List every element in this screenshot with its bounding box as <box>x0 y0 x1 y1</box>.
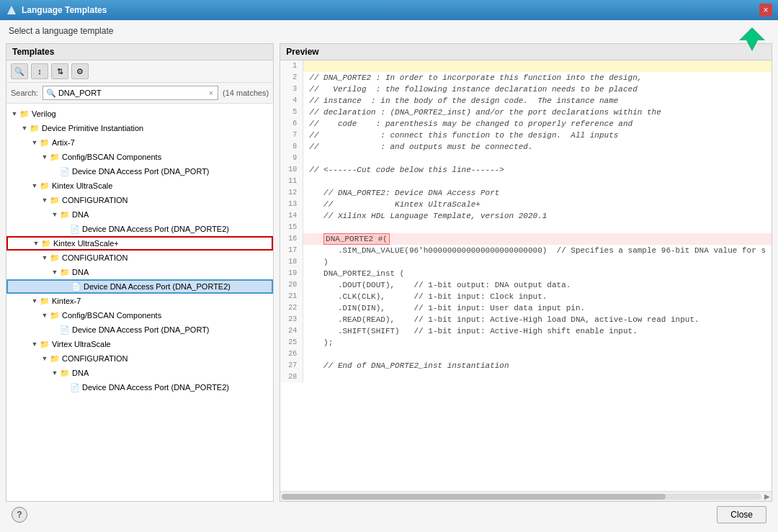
toggle-kintex-ultrascale[interactable]: ▼ <box>30 182 40 189</box>
toggle-verilog[interactable]: ▼ <box>9 110 19 117</box>
tree-item-dna-kusp[interactable]: ▼ 📁 DNA <box>6 265 273 279</box>
tree-item-dna-porte2-kusp[interactable]: 📄 Device DNA Access Port (DNA_PORTE2) <box>6 279 273 294</box>
line-content-12: // DNA_PORTE2: Device DNA Access Port <box>303 187 505 199</box>
preview-panel: Preview 1 2 // DNA_PORTE2 : In order to … <box>280 43 772 502</box>
tree-item-config-bscan-k7[interactable]: ▼ 📁 Config/BSCAN Components <box>6 308 273 323</box>
toggle-kintex-ultrascaleplus[interactable]: ▼ <box>31 240 41 247</box>
search-toolbar-button[interactable]: 🔍 <box>11 63 28 79</box>
folder-icon-11: 📁 <box>40 297 50 306</box>
folder-icon-14: 📁 <box>50 354 60 364</box>
tree-item-dna-vus[interactable]: ▼ 📁 DNA <box>6 366 273 380</box>
search-label: Search: <box>11 89 38 97</box>
tree-item-kintex7[interactable]: ▼ 📁 Kintex-7 <box>6 294 273 308</box>
line-num-1: 1 <box>280 60 303 72</box>
tree-item-verilog[interactable]: ▼ 📁 Verilog <box>6 107 273 121</box>
tree-item-dna-porte2-kus[interactable]: 📄 Device DNA Access Port (DNA_PORTE2) <box>6 222 273 236</box>
tree-label-config-kus: CONFIGURATION <box>62 196 128 204</box>
line-content-21: .CLK(CLK), // 1-bit input: Clock input. <box>303 291 553 302</box>
toggle-config-kus[interactable]: ▼ <box>40 197 50 204</box>
tree-item-dna-port-k7[interactable]: 📄 Device DNA Access Port (DNA_PORT) <box>6 323 273 337</box>
tree-item-device-primitive[interactable]: ▼ 📁 Device Primitive Instantiation <box>6 121 273 135</box>
logo-area <box>738 26 766 57</box>
expand-collapse-button[interactable]: ↕ <box>31 63 48 79</box>
horizontal-scrollbar[interactable]: ▶ <box>280 491 772 501</box>
tree-item-virtex-ultrascale[interactable]: ▼ 📁 Virtex UltraScale <box>6 337 273 351</box>
tree-label-virtex-ultrascale: Virtex UltraScale <box>52 340 111 348</box>
tree-item-dna-kus[interactable]: ▼ 📁 DNA <box>6 207 273 222</box>
folder-icon-15: 📁 <box>60 369 70 378</box>
code-line-12: 12 // DNA_PORTE2: Device DNA Access Port <box>280 187 772 199</box>
folder-icon-8: 📁 <box>41 239 51 248</box>
file-icon-3: 📄 <box>71 282 81 292</box>
line-content-8: // : and outputs must be connected. <box>303 141 538 153</box>
folder-icon-4: 📁 <box>50 153 60 162</box>
line-num-24: 24 <box>280 325 303 337</box>
search-input[interactable] <box>58 89 207 97</box>
line-content-3: // Verilog : the following instance decl… <box>303 84 643 95</box>
code-line-13: 13 // Kintex UltraScale+ <box>280 199 772 210</box>
line-content-25: ); <box>303 337 339 348</box>
folder-icon-5: 📁 <box>40 181 50 191</box>
line-content-7: // : connect this function to the design… <box>303 130 624 141</box>
tree-item-kintex-ultrascaleplus[interactable]: ▼ 📁 Kintex UltraScale+ <box>6 236 273 251</box>
code-line-14: 14 // Xilinx HDL Language Template, vers… <box>280 210 772 222</box>
toggle-config-kusp[interactable]: ▼ <box>40 254 50 261</box>
code-line-17: 17 .SIM_DNA_VALUE(96'h000000000000000000… <box>280 245 772 256</box>
line-content-18: ) <box>303 256 334 268</box>
sort-button[interactable]: ⇅ <box>51 63 68 79</box>
code-line-22: 22 .DIN(DIN), // 1-bit input: User data … <box>280 302 772 314</box>
toggle-config-vus[interactable]: ▼ <box>40 355 50 362</box>
tree-item-config-vus[interactable]: ▼ 📁 CONFIGURATION <box>6 351 273 366</box>
help-button[interactable]: ? <box>12 507 27 523</box>
templates-toolbar: 🔍 ↕ ⇅ ⚙ <box>6 60 273 83</box>
tree-label-dna-port-k7: Device DNA Access Port (DNA_PORT) <box>72 325 210 334</box>
toggle-dna-vus[interactable]: ▼ <box>50 369 60 377</box>
tree-label-dna-kus: DNA <box>72 210 89 219</box>
file-icon-4: 📄 <box>60 325 70 335</box>
scroll-right-arrow[interactable]: ▶ <box>764 492 770 500</box>
code-line-5: 5 // declaration : (DNA_PORTE2_inst) and… <box>280 107 772 118</box>
tree-item-artix7[interactable]: ▼ 📁 Artix-7 <box>6 135 273 150</box>
search-icon: 🔍 <box>46 89 56 98</box>
app-icon <box>6 4 17 16</box>
toggle-virtex-ultrascale[interactable]: ▼ <box>30 341 40 348</box>
tree-item-config-kus[interactable]: ▼ 📁 CONFIGURATION <box>6 193 273 207</box>
close-button[interactable]: Close <box>717 506 766 523</box>
line-num-28: 28 <box>280 371 303 383</box>
preview-header: Preview <box>280 44 772 60</box>
line-num-10: 10 <box>280 164 303 176</box>
toggle-kintex7[interactable]: ▼ <box>30 297 40 305</box>
toggle-config-bscan-k7[interactable]: ▼ <box>40 312 50 319</box>
tree-item-config-bscan-artix[interactable]: ▼ 📁 Config/BSCAN Components <box>6 150 273 164</box>
tree-item-config-kusp[interactable]: ▼ 📁 CONFIGURATION <box>6 251 273 265</box>
search-clear-button[interactable]: × <box>207 89 215 97</box>
line-num-18: 18 <box>280 256 303 268</box>
tree-area[interactable]: ▼ 📁 Verilog ▼ 📁 Device Primitive Instant… <box>6 104 273 501</box>
tree-item-dna-porte2-vus[interactable]: 📄 Device DNA Access Port (DNA_PORTE2) <box>6 380 273 395</box>
folder-icon-9: 📁 <box>50 253 60 263</box>
code-line-28: 28 <box>280 371 772 383</box>
line-content-1 <box>303 60 315 72</box>
toggle-dna-kusp[interactable]: ▼ <box>50 269 60 276</box>
line-num-5: 5 <box>280 107 303 118</box>
tree-label-dna-kusp: DNA <box>72 268 89 276</box>
tree-label-artix7: Artix-7 <box>52 138 75 147</box>
code-area[interactable]: 1 2 // DNA_PORTE2 : In order to incorpor… <box>280 60 772 491</box>
content-area: Templates 🔍 ↕ ⇅ ⚙ Search: 🔍 × (1 <box>6 43 772 502</box>
main-container: Select a language template Templates 🔍 ↕… <box>0 20 778 532</box>
tree-item-kintex-ultrascale[interactable]: ▼ 📁 Kintex UltraScale <box>6 179 273 193</box>
folder-icon-6: 📁 <box>50 196 60 205</box>
settings-button[interactable]: ⚙ <box>71 63 89 79</box>
scrollbar-thumb[interactable] <box>282 494 666 500</box>
tree-label-config-bscan-artix: Config/BSCAN Components <box>62 153 161 161</box>
bottom-bar: ? Close <box>6 502 772 526</box>
line-num-15: 15 <box>280 222 303 233</box>
toggle-config-bscan-artix[interactable]: ▼ <box>40 153 50 161</box>
toggle-device-primitive[interactable]: ▼ <box>19 125 30 132</box>
toggle-artix7[interactable]: ▼ <box>30 139 40 146</box>
tree-item-dna-port-artix[interactable]: 📄 Device DNA Access Port (DNA_PORT) <box>6 164 273 179</box>
tree-label-kintex7: Kintex-7 <box>52 297 81 305</box>
line-content-19: DNA_PORTE2_inst ( <box>303 268 410 279</box>
toggle-dna-kus[interactable]: ▼ <box>50 211 60 218</box>
close-window-button[interactable]: × <box>759 4 772 17</box>
